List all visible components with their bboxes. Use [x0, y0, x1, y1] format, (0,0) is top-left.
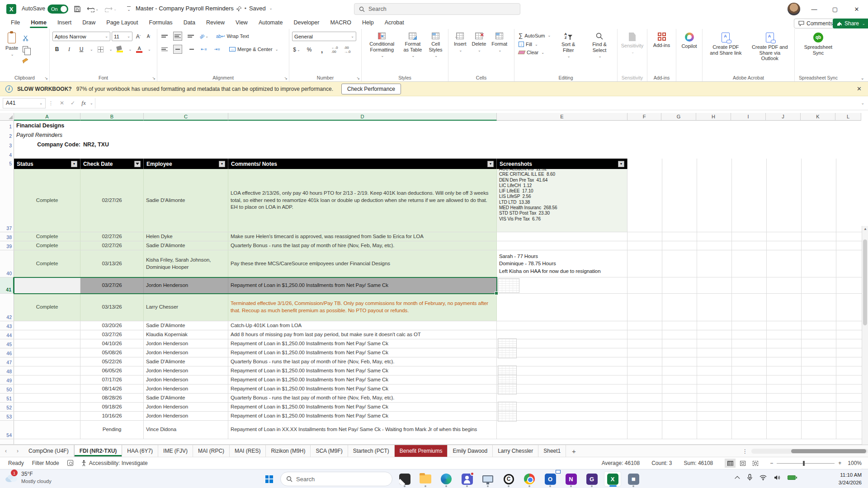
fill-button[interactable]: ↓Fill⌄: [517, 41, 552, 47]
row-header-50[interactable]: 50: [0, 385, 14, 393]
cell-C47[interactable]: Sadie D'Alimonte: [144, 357, 228, 366]
ribbon-tab-automate[interactable]: Automate: [254, 18, 288, 28]
column-header-B[interactable]: B: [80, 113, 144, 121]
ribbon-tab-review[interactable]: Review: [202, 18, 229, 28]
cell-D40[interactable]: Pay these three MCS/CareSource emlpoyees…: [228, 250, 497, 277]
cell-C50[interactable]: Jordon Henderson: [144, 385, 228, 393]
cell-E44[interactable]: [497, 330, 627, 339]
font-name-combo[interactable]: Aptos Narrow⌄: [52, 32, 110, 41]
cell-E39[interactable]: [497, 241, 627, 250]
cell-A38[interactable]: Complete: [14, 232, 80, 241]
top-align-button[interactable]: [160, 32, 169, 41]
italic-button[interactable]: I: [65, 45, 74, 54]
cell-B40[interactable]: 03/13/26: [80, 250, 144, 277]
cell-C45[interactable]: Jordon Henderson: [144, 339, 228, 348]
cell-A40[interactable]: Complete: [14, 250, 80, 277]
formula-input[interactable]: [95, 98, 858, 108]
sheet-tab-fdi-nr2-txu[interactable]: FDI (NR2-TXU): [74, 445, 123, 457]
minimize-button[interactable]: —: [804, 0, 825, 18]
delete-cells-button[interactable]: ✕ Delete⌄: [469, 32, 489, 53]
column-header-G[interactable]: G: [661, 113, 696, 121]
column-header-E[interactable]: E: [497, 113, 627, 121]
cell-C43[interactable]: Sadie D'Alimonte: [144, 321, 228, 330]
autosave-toggle[interactable]: On: [47, 5, 68, 14]
cell-A1[interactable]: Financial Designs: [14, 121, 64, 130]
row-header-42[interactable]: 42: [0, 294, 14, 321]
header-cell-screenshots[interactable]: Screenshots▼: [497, 159, 627, 169]
calculator-icon[interactable]: ▦: [625, 471, 642, 487]
sheet-tab-ime-fjv[interactable]: IME (FJV): [158, 445, 193, 457]
cell-E43[interactable]: [497, 321, 627, 330]
cell-E48[interactable]: [497, 366, 627, 375]
cell-B45[interactable]: 04/10/26: [80, 339, 144, 348]
row-header-49[interactable]: 49: [0, 375, 14, 384]
cell-A51[interactable]: [14, 394, 80, 402]
row-header-51[interactable]: 51: [0, 394, 14, 402]
cell-D48[interactable]: Repayment of Loan in $1,250.00 Installme…: [228, 366, 497, 375]
cell-A41[interactable]: [14, 277, 80, 293]
cell-A37[interactable]: Complete: [14, 169, 80, 232]
ribbon-tab-home[interactable]: Home: [26, 18, 51, 28]
cell-B37[interactable]: 02/27/26: [80, 169, 144, 232]
accessibility-status[interactable]: Accessibility: Investigate: [81, 460, 148, 466]
cell-B3[interactable]: NR2, TXU: [80, 140, 109, 149]
employee-filter-button[interactable]: ▼: [219, 161, 225, 167]
circle-c-app-icon[interactable]: C: [500, 471, 517, 487]
taskbar-clock[interactable]: 11:10 AM 3/24/2026: [839, 471, 862, 486]
cell-A39[interactable]: Complete: [14, 241, 80, 250]
create-pdf-share-link-button[interactable]: Create PDF and Share link: [705, 32, 746, 62]
cell-B54[interactable]: Pending: [80, 421, 144, 439]
middle-align-button[interactable]: [173, 32, 182, 41]
cell-B43[interactable]: 03/20/26: [80, 321, 144, 330]
save-icon[interactable]: [71, 4, 83, 14]
cell-D47[interactable]: Quarterly Bonus - runs the last pay of m…: [228, 357, 497, 366]
column-header-F[interactable]: F: [627, 113, 661, 121]
screenshot-thumbnail[interactable]: [498, 384, 517, 394]
sheet-tab-mai-res[interactable]: MAI (RES): [230, 445, 266, 457]
column-header-L[interactable]: L: [835, 113, 861, 121]
cell-B48[interactable]: 06/05/26: [80, 366, 144, 375]
sheet-tab-sca-m9f[interactable]: SCA (M9F): [311, 445, 348, 457]
cell-C42[interactable]: Larry Chesser: [144, 294, 228, 321]
edge-icon[interactable]: [438, 471, 455, 487]
number-dialog-launcher[interactable]: ↘: [356, 76, 360, 80]
header-cell-check-date[interactable]: Check Date: [80, 159, 144, 169]
cell-C52[interactable]: Jordon Henderson: [144, 403, 228, 411]
row-header-52[interactable]: 52: [0, 403, 14, 411]
quick-access-toolbar-chevron[interactable]: ⌄: [123, 4, 135, 14]
cell-A3[interactable]: Company Code:: [14, 140, 80, 149]
row-header-37[interactable]: 37: [0, 169, 14, 232]
dark-app-icon[interactable]: [396, 471, 413, 487]
cell-E54[interactable]: [497, 421, 627, 439]
wrap-text-button[interactable]: ab↩ Wrap Text: [215, 32, 250, 41]
wifi-icon[interactable]: [760, 475, 767, 480]
cell-C41[interactable]: Jordon Henderson: [144, 277, 228, 293]
cell-A43[interactable]: [14, 321, 80, 330]
ribbon-tab-view[interactable]: View: [231, 18, 252, 28]
cell-E38[interactable]: [497, 232, 627, 241]
row-header-4[interactable]: 4: [0, 149, 14, 159]
insert-function-icon[interactable]: fx: [78, 99, 89, 107]
cell-C51[interactable]: Sadie D'Alimonte: [144, 394, 228, 402]
row-header-45[interactable]: 45: [0, 339, 14, 348]
align-center-button[interactable]: [173, 45, 182, 54]
name-box[interactable]: A41⌄: [3, 98, 46, 108]
teams-icon[interactable]: [458, 471, 476, 487]
row-header-54[interactable]: 54: [0, 421, 14, 439]
format-painter-button[interactable]: [21, 56, 30, 65]
copy-button[interactable]: [21, 45, 30, 54]
cell-D51[interactable]: Quarterly Bonus - runs the last pay of m…: [228, 394, 497, 402]
cell-A49[interactable]: [14, 375, 80, 384]
cell-C48[interactable]: Jordon Henderson: [144, 366, 228, 375]
user-avatar[interactable]: [788, 3, 800, 15]
row-header-46[interactable]: 46: [0, 348, 14, 357]
ribbon-tab-draw[interactable]: Draw: [78, 18, 100, 28]
titlebar-search-box[interactable]: Search: [354, 3, 520, 15]
cell-D49[interactable]: Repayment of Loan in $1,250.00 Installme…: [228, 375, 497, 384]
cell-E37[interactable]: ACC Accident Ins 11.52 CRE CRITICAL ILL …: [497, 169, 627, 232]
autosum-button[interactable]: ∑AutoSum⌄: [517, 32, 552, 39]
zoom-slider[interactable]: [777, 463, 835, 464]
cell-D53[interactable]: Repayment of Loan in $1,250.00 Installme…: [228, 412, 497, 420]
cell-D39[interactable]: Quarterly Bonus - runs the last pay of m…: [228, 241, 497, 250]
cell-D50[interactable]: Repayment of Loan in $1,250.00 Installme…: [228, 385, 497, 393]
